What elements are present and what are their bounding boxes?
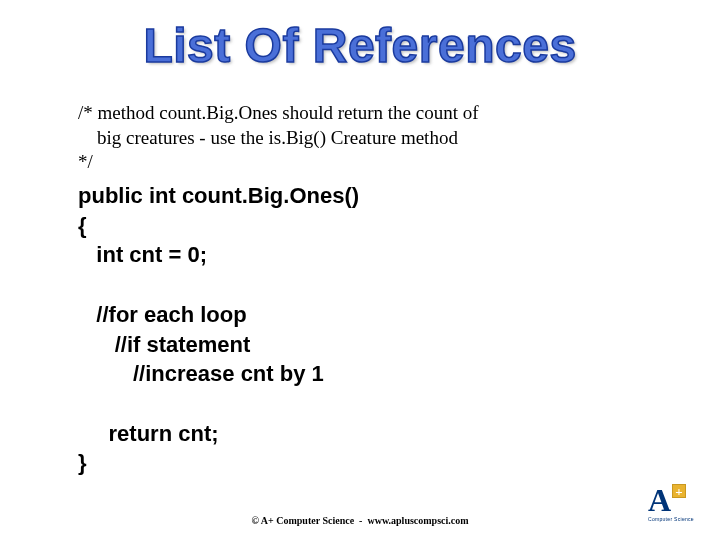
code-line: return cnt; bbox=[78, 419, 638, 449]
footer-credit: © A+ Computer Science - www.apluscompsci… bbox=[0, 515, 720, 526]
code-line: //increase cnt by 1 bbox=[78, 359, 638, 389]
code-line bbox=[78, 270, 638, 300]
code-line: public int count.Big.Ones() bbox=[78, 181, 638, 211]
comment-line: /* method count.Big.Ones should return t… bbox=[78, 101, 638, 126]
code-line: } bbox=[78, 448, 638, 478]
logo-subtext: Computer Science bbox=[648, 516, 694, 522]
code-block: public int count.Big.Ones() { int cnt = … bbox=[78, 181, 638, 478]
code-line: //for each loop bbox=[78, 300, 638, 330]
code-line bbox=[78, 389, 638, 419]
comment-block: /* method count.Big.Ones should return t… bbox=[78, 101, 638, 175]
slide-title: List Of References bbox=[0, 18, 720, 73]
slide-content: /* method count.Big.Ones should return t… bbox=[78, 101, 638, 478]
code-line: //if statement bbox=[78, 330, 638, 360]
plus-icon: + bbox=[672, 484, 686, 498]
code-line: { bbox=[78, 211, 638, 241]
code-line: int cnt = 0; bbox=[78, 240, 638, 270]
comment-line: */ bbox=[78, 150, 638, 175]
comment-line: big creatures - use the is.Big() Creatur… bbox=[78, 126, 638, 151]
brand-logo: A + Computer Science bbox=[648, 482, 694, 528]
logo-letter: A bbox=[648, 482, 671, 519]
